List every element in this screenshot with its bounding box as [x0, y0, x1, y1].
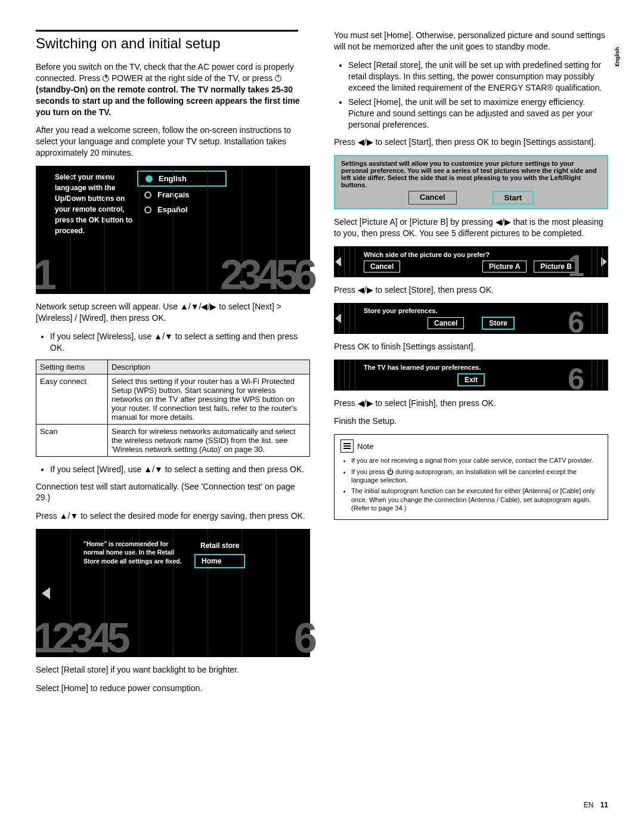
mode-option-retail[interactable]: Retail store — [194, 540, 245, 552]
store-preferences-osd: Store your preferences. Cancel Store 6 — [334, 303, 608, 334]
table-row: Scan Search for wireless networks automa… — [36, 424, 310, 456]
wireless-settings-table: Setting items Description Easy connect S… — [36, 360, 310, 457]
picture-prefer-osd: Which side of the picture do you prefer?… — [334, 246, 608, 277]
left-arrow-icon — [335, 257, 341, 267]
lang-option-espanol[interactable]: Español — [137, 203, 227, 216]
network-paragraph: Network setup screen will appear. Use ▲/… — [36, 301, 310, 324]
mode-description: "Home" is recommended for normal home us… — [83, 540, 191, 568]
power-icon — [275, 75, 281, 82]
energy-mode-paragraph: Press ▲/▼ to select the desired mode for… — [36, 510, 310, 522]
lang-option-english[interactable]: English — [137, 171, 227, 187]
cancel-button[interactable]: Cancel — [428, 317, 464, 329]
settings-assistant-text: Settings assistant will allow you to cus… — [341, 160, 601, 188]
note-item: The initial autoprogram function can be … — [351, 487, 602, 512]
start-button[interactable]: Start — [493, 191, 534, 205]
note-label: Note — [357, 442, 373, 451]
footer-page: 11 — [600, 801, 608, 809]
note-item: If you are not receiving a signal from y… — [351, 456, 602, 465]
press-start: Press ◀/▶ to select [Start], then press … — [334, 137, 608, 148]
language-tab: English — [613, 45, 621, 69]
lang-option-francais[interactable]: Français — [137, 188, 227, 202]
wireless-bullet: If you select [Wireless], use ▲/▼ to sel… — [50, 331, 310, 354]
retail-note: Select [Retail store] if you want backli… — [36, 664, 310, 676]
exit-button[interactable]: Exit — [457, 373, 485, 386]
page-heading: Switching on and initial setup — [36, 30, 298, 52]
cancel-button[interactable]: Cancel — [408, 191, 457, 205]
press-store: Press ◀/▶ to select [Store], then press … — [334, 284, 608, 296]
step-number-left: 12345 — [33, 614, 126, 662]
left-arrow-icon — [335, 314, 341, 323]
finish-setup: Finish the Setup. — [334, 416, 608, 427]
learned-preferences-osd: The TV has learned your preferences. Exi… — [334, 360, 608, 391]
mode-option-home[interactable]: Home — [194, 554, 245, 568]
table-header-desc: Description — [108, 360, 310, 374]
cancel-button[interactable]: Cancel — [364, 261, 400, 272]
step-number-right: 6 — [294, 614, 312, 662]
power-icon — [103, 75, 109, 82]
table-row: Easy connect Select this setting if your… — [36, 374, 310, 424]
language-select-osd: Select your menu language with the Up/Do… — [36, 166, 310, 294]
note-item: If you press ⏻ during autoprogram, an in… — [351, 467, 602, 485]
picture-select-paragraph: Select [Picture A] or [Picture B] by pre… — [334, 216, 608, 239]
store-button[interactable]: Store — [482, 317, 515, 330]
step-number: 6 — [568, 305, 584, 340]
intro-paragraph-2: After you read a welcome screen, follow … — [36, 125, 310, 159]
left-arrow-icon — [42, 587, 50, 599]
note-icon — [340, 439, 354, 453]
must-set-home: You must set [Home]. Otherwise, personal… — [334, 30, 608, 52]
step-number-right: 23456 — [220, 251, 312, 299]
wired-bullet: If you select [Wired], use ▲/▼ to select… — [50, 464, 310, 475]
home-bullet: Select [Home], the unit will be set to m… — [348, 97, 608, 131]
note-box: Note If you are not receiving a signal f… — [334, 434, 608, 520]
footer-lang: EN — [584, 801, 594, 809]
intro-paragraph-1: Before you switch on the TV, check that … — [36, 61, 310, 117]
picture-a-button[interactable]: Picture A — [482, 261, 527, 272]
table-header-item: Setting items — [36, 360, 108, 374]
settings-assistant-box: Settings assistant will allow you to cus… — [334, 155, 608, 209]
connection-test-paragraph: Connection test will start automatically… — [36, 481, 310, 504]
press-ok-finish: Press OK to finish [Settings assistant]. — [334, 341, 608, 352]
step-number: 6 — [568, 362, 584, 397]
mode-select-osd: "Home" is recommended for normal home us… — [36, 529, 310, 657]
page-footer: EN 11 — [584, 801, 608, 809]
retail-store-bullet: Select [Retail store], the unit will be … — [348, 60, 608, 94]
step-number: 1 — [568, 249, 584, 283]
step-number-left: 1 — [33, 251, 52, 299]
home-note: Select [Home] to reduce power consumptio… — [36, 683, 310, 694]
press-finish: Press ◀/▶ to select [Finish], then press… — [334, 398, 608, 409]
